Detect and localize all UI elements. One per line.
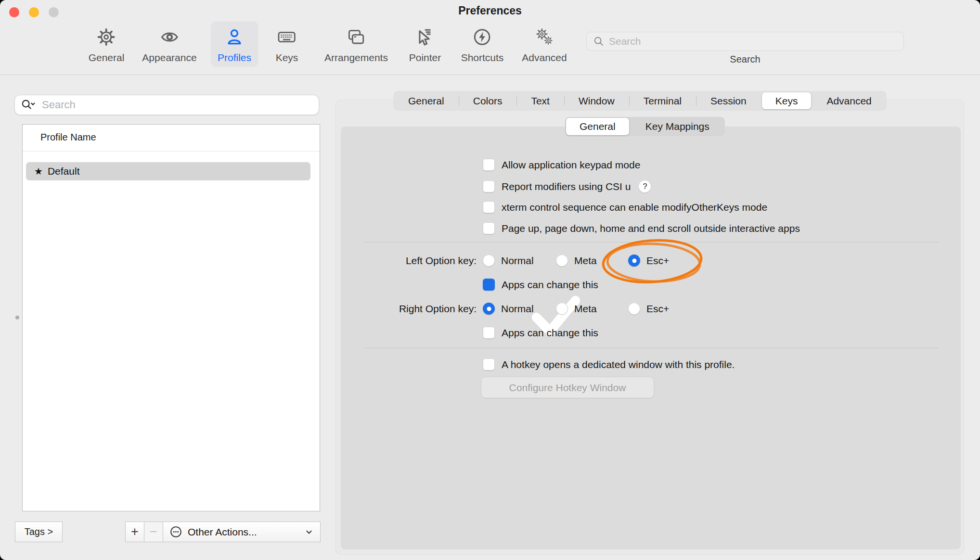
other-actions-dropdown[interactable]: Other Actions...	[163, 522, 321, 542]
add-profile-button[interactable]: +	[125, 522, 144, 542]
radio-option: Normal	[483, 303, 534, 315]
checkbox-allow-application-keypad-mode[interactable]	[483, 159, 495, 171]
radio-left-option-key-normal[interactable]	[483, 255, 495, 267]
tab-session[interactable]: Session	[696, 91, 761, 110]
toolbar-item-label: Appearance	[142, 52, 196, 63]
tab-colors[interactable]: Colors	[459, 91, 517, 110]
profile-list-panel: Profile Name ★Default	[22, 124, 320, 511]
hotkey-checkbox-row: A hotkey opens a dedicated window with t…	[483, 358, 735, 370]
toolbar-item-label: Keys	[276, 52, 298, 63]
checkbox-page-up-page-down-home-and-end-scroll-outside-interactive-apps[interactable]	[483, 222, 495, 234]
subtab-key-mappings[interactable]: Key Mappings	[630, 117, 725, 136]
checkbox-row: Allow application keypad mode	[483, 159, 640, 171]
ellipsis-circle-icon	[169, 525, 182, 538]
toolbar-item-advanced[interactable]: Advanced	[515, 21, 573, 67]
toolbar-item-arrangements[interactable]: Arrangements	[318, 21, 395, 67]
header-divider	[23, 151, 320, 152]
checkbox-xterm-control-sequence-can-enable-modifyotherkeys-mode[interactable]	[483, 201, 495, 213]
configure-hotkey-window-button[interactable]: Configure Hotkey Window	[481, 377, 654, 398]
splitter-dot	[15, 316, 19, 319]
profile-tabs: GeneralColorsTextWindowTerminalSessionKe…	[394, 91, 886, 110]
bolt-circle-icon	[473, 27, 492, 47]
profile-row-default[interactable]: ★Default	[26, 162, 310, 180]
keyboard-icon	[277, 27, 297, 47]
radio-option: Esc+	[628, 303, 669, 315]
option-row-label: Right Option key:	[332, 303, 477, 315]
tab-advanced[interactable]: Advanced	[812, 91, 886, 110]
eye-icon	[160, 27, 179, 47]
apps-can-change-row: Apps can change this	[483, 327, 598, 339]
toolbar-item-shortcuts[interactable]: Shortcuts	[454, 21, 511, 67]
radio-option: Meta	[556, 303, 597, 315]
toolbar-item-pointer[interactable]: Pointer	[402, 21, 448, 67]
toolbar-search-input[interactable]	[586, 32, 904, 51]
section-divider	[364, 242, 939, 242]
toolbar-item-general[interactable]: General	[82, 21, 131, 67]
radio-label: Esc+	[646, 303, 669, 315]
radio-left-option-key-meta[interactable]	[556, 255, 568, 267]
help-button[interactable]: ?	[638, 180, 651, 193]
other-actions-label: Other Actions...	[188, 526, 299, 538]
gears-icon	[535, 27, 554, 47]
toolbar-search	[586, 32, 904, 51]
toolbar-item-label: Shortcuts	[461, 52, 504, 63]
toolbar-item-label: Advanced	[522, 52, 567, 63]
toolbar-item-keys[interactable]: Keys	[269, 21, 305, 67]
tab-terminal[interactable]: Terminal	[629, 91, 696, 110]
preferences-window: Preferences GeneralAppearanceProfilesKey…	[0, 0, 980, 560]
radio-option: Normal	[483, 255, 534, 267]
radio-label: Normal	[501, 303, 534, 315]
checkbox-label: Report modifiers using CSI u	[502, 181, 631, 192]
radio-right-option-key-meta[interactable]	[556, 303, 568, 315]
search-scope-icon[interactable]	[21, 99, 36, 112]
person-icon	[225, 27, 244, 47]
profile-list-header: Profile Name	[40, 132, 96, 143]
checkbox-right-option-key-apps-can-change[interactable]	[483, 327, 495, 339]
profile-search-input[interactable]	[14, 95, 319, 115]
check-icon	[484, 280, 628, 352]
checkbox-row: Page up, page down, home and end scroll …	[483, 222, 800, 234]
checkbox-left-option-key-apps-can-change[interactable]	[483, 279, 495, 291]
radio-right-option-key-esc[interactable]	[628, 303, 640, 315]
remove-profile-button[interactable]: −	[144, 522, 163, 542]
toolbar-item-label: Profiles	[218, 52, 251, 63]
toolbar-item-label: General	[89, 52, 125, 63]
tags-button[interactable]: Tags >	[15, 522, 63, 542]
radio-option: Esc+	[628, 255, 669, 267]
tab-window[interactable]: Window	[564, 91, 629, 110]
checkbox-report-modifiers-using-csi-u[interactable]	[483, 180, 495, 192]
gear-icon	[97, 27, 116, 47]
radio-option: Meta	[556, 255, 597, 267]
subtab-general[interactable]: General	[566, 118, 629, 135]
checkbox-label: Allow application keypad mode	[502, 159, 640, 171]
checkbox-label: xterm control sequence can enable modify…	[502, 202, 767, 213]
default-star-icon: ★	[34, 166, 43, 176]
profile-search	[14, 95, 319, 115]
radio-label: Meta	[574, 255, 597, 267]
search-icon	[593, 35, 605, 48]
radio-label: Meta	[574, 303, 597, 315]
checkbox-label: Page up, page down, home and end scroll …	[502, 223, 800, 234]
radio-left-option-key-esc[interactable]	[628, 255, 640, 267]
radio-label: Normal	[501, 255, 534, 267]
toolbar-item-profiles[interactable]: Profiles	[211, 21, 258, 67]
checkbox-row: xterm control sequence can enable modify…	[483, 201, 767, 213]
checkbox-label: A hotkey opens a dedicated window with t…	[502, 359, 735, 370]
tab-text[interactable]: Text	[516, 91, 564, 110]
chevron-down-icon	[304, 527, 314, 537]
checkbox-row: Report modifiers using CSI u?	[483, 180, 651, 193]
keys-subtabs: GeneralKey Mappings	[565, 117, 725, 136]
checkbox-label: Apps can change this	[502, 327, 598, 339]
radio-label: Esc+	[646, 255, 669, 267]
toolbar-divider	[0, 75, 980, 75]
toolbar-item-label: Arrangements	[324, 52, 388, 63]
window-title: Preferences	[0, 4, 980, 17]
profile-name: Default	[48, 165, 80, 177]
toolbar-item-appearance[interactable]: Appearance	[135, 21, 203, 67]
section-divider	[364, 348, 939, 348]
hotkey-checkbox[interactable]	[483, 358, 495, 370]
tab-general[interactable]: General	[394, 91, 459, 110]
tab-keys[interactable]: Keys	[762, 92, 812, 109]
radio-right-option-key-normal[interactable]	[483, 303, 495, 315]
apps-can-change-row: Apps can change this	[483, 279, 598, 291]
